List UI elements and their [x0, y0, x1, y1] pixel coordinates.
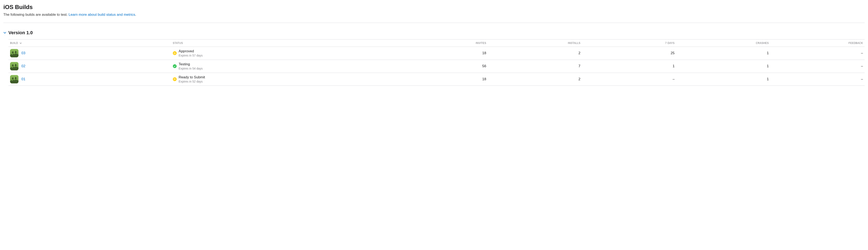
status-expiry: Expires in 54 days — [179, 67, 203, 71]
status-cell: TestingExpires in 54 days — [173, 62, 392, 71]
cell-crashes: 1 — [676, 47, 771, 60]
clock-circle-icon — [173, 51, 177, 55]
col-header-7days: 7 DAYS — [582, 39, 676, 47]
cell-installs: 7 — [488, 60, 582, 73]
cell-feedback: – — [771, 73, 865, 86]
version-header[interactable]: Version 1.0 — [3, 30, 865, 35]
status-cell: ApprovedExpires in 57 days — [173, 49, 392, 58]
cell-invites: 18 — [394, 73, 488, 86]
cell-7days: – — [582, 73, 676, 86]
app-icon — [10, 75, 19, 83]
build-cell: 03 — [10, 49, 169, 57]
subtitle-text-post: . — [135, 12, 136, 17]
cell-invites: 18 — [394, 47, 488, 60]
subtitle-text: The following builds are available to te… — [3, 12, 69, 17]
page-subtitle: The following builds are available to te… — [3, 12, 865, 17]
builds-table: BUILD STATUS INVITES INSTALLS 7 DAYS CRA… — [8, 39, 865, 86]
build-link[interactable]: 03 — [21, 51, 25, 55]
divider — [3, 23, 865, 23]
build-cell: 01 — [10, 75, 169, 83]
clock-circle-icon — [173, 77, 177, 81]
cell-7days: 25 — [582, 47, 676, 60]
col-header-status: STATUS — [171, 39, 394, 47]
table-row[interactable]: 02TestingExpires in 54 days56711– — [8, 60, 865, 73]
page-title: iOS Builds — [3, 4, 865, 10]
cell-crashes: 1 — [676, 73, 771, 86]
cell-crashes: 1 — [676, 60, 771, 73]
build-link[interactable]: 02 — [21, 64, 25, 68]
status-expiry: Expires in 57 days — [179, 54, 203, 58]
cell-invites: 56 — [394, 60, 488, 73]
status-label: Ready to Submit — [179, 75, 205, 79]
cell-installs: 2 — [488, 73, 582, 86]
col-header-installs: INSTALLS — [488, 39, 582, 47]
col-header-invites: INVITES — [394, 39, 488, 47]
status-label: Approved — [179, 49, 203, 53]
col-header-build[interactable]: BUILD — [8, 39, 171, 47]
status-label: Testing — [179, 62, 203, 66]
status-cell: Ready to SubmitExpires in 52 days — [173, 75, 392, 84]
status-expiry: Expires in 52 days — [179, 80, 205, 84]
col-header-build-label: BUILD — [10, 41, 18, 45]
table-row[interactable]: 03ApprovedExpires in 57 days182251– — [8, 47, 865, 60]
check-circle-icon — [173, 64, 177, 68]
build-cell: 02 — [10, 62, 169, 71]
table-row[interactable]: 01Ready to SubmitExpires in 52 days182–1… — [8, 73, 865, 86]
chevron-down-icon — [20, 42, 22, 44]
version-title: Version 1.0 — [8, 30, 33, 35]
cell-feedback: – — [771, 60, 865, 73]
cell-7days: 1 — [582, 60, 676, 73]
learn-more-link[interactable]: Learn more about build status and metric… — [69, 12, 135, 17]
app-icon — [10, 62, 19, 71]
build-link[interactable]: 01 — [21, 77, 25, 81]
col-header-crashes: CRASHES — [676, 39, 771, 47]
app-icon — [10, 49, 19, 57]
cell-feedback: – — [771, 47, 865, 60]
chevron-down-icon — [3, 31, 6, 34]
cell-installs: 2 — [488, 47, 582, 60]
col-header-feedback: FEEDBACK — [771, 39, 865, 47]
